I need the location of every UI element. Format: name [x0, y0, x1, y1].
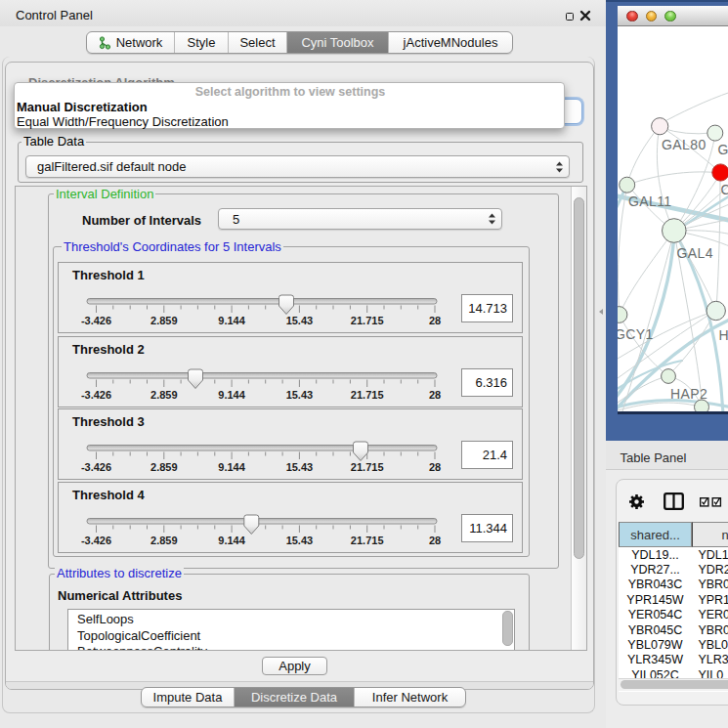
svg-text:GA: GA — [718, 142, 728, 157]
svg-text:9.144: 9.144 — [218, 389, 245, 401]
svg-text:2.859: 2.859 — [150, 315, 178, 326]
svg-text:21.715: 21.715 — [351, 534, 384, 545]
svg-text:2.859: 2.859 — [150, 534, 178, 545]
svg-text:28: 28 — [429, 315, 441, 326]
svg-text:21.715: 21.715 — [351, 315, 384, 326]
svg-text:GCY1: GCY1 — [618, 326, 654, 342]
svg-text:HAP2: HAP2 — [670, 386, 707, 402]
svg-text:15.43: 15.43 — [286, 389, 314, 401]
svg-text:15.43: 15.43 — [286, 534, 314, 545]
svg-text:9.144: 9.144 — [218, 461, 245, 473]
svg-text:GAL11: GAL11 — [628, 193, 672, 209]
svg-text:21.715: 21.715 — [351, 461, 384, 473]
svg-text:-3.426: -3.426 — [81, 534, 111, 545]
svg-text:9.144: 9.144 — [218, 534, 245, 545]
svg-text:15.43: 15.43 — [286, 315, 314, 326]
svg-text:28: 28 — [429, 461, 441, 473]
svg-text:2.859: 2.859 — [150, 389, 178, 401]
svg-text:28: 28 — [429, 534, 441, 545]
svg-text:-3.426: -3.426 — [81, 389, 111, 401]
svg-text:CY: CY — [721, 182, 728, 197]
svg-text:GAL4: GAL4 — [677, 245, 713, 261]
svg-text:2.859: 2.859 — [150, 461, 178, 473]
svg-text:28: 28 — [429, 389, 441, 401]
svg-text:-3.426: -3.426 — [81, 315, 111, 326]
svg-text:15.43: 15.43 — [286, 461, 314, 473]
svg-text:21.715: 21.715 — [351, 389, 384, 401]
svg-text:-3.426: -3.426 — [81, 461, 111, 473]
svg-text:9.144: 9.144 — [218, 315, 245, 326]
svg-text:GAL80: GAL80 — [662, 137, 707, 152]
svg-text:HI: HI — [719, 327, 728, 343]
